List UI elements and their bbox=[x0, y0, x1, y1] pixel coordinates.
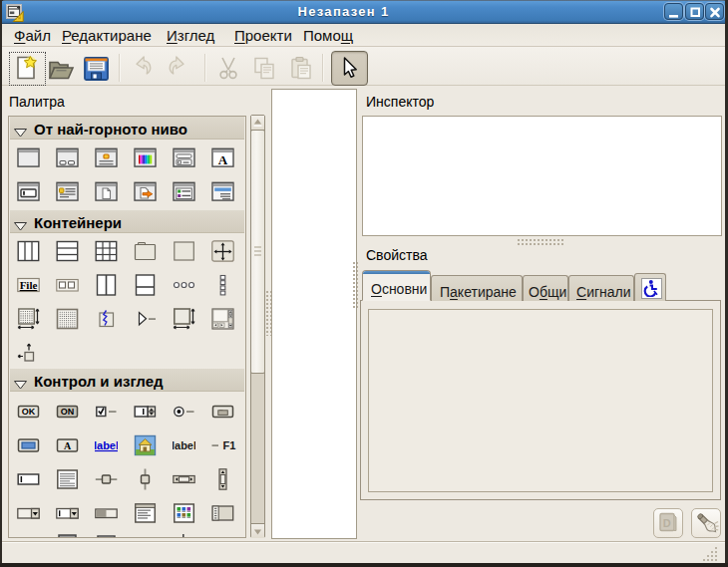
svg-text:ON: ON bbox=[61, 407, 75, 417]
svg-text:D: D bbox=[663, 517, 671, 529]
svg-text:label: label bbox=[95, 439, 118, 451]
svg-text:A: A bbox=[64, 440, 72, 451]
svg-text:File: File bbox=[20, 279, 38, 291]
svg-text:label: label bbox=[173, 439, 195, 451]
svg-text:A: A bbox=[218, 152, 228, 167]
svg-text:OK: OK bbox=[22, 407, 36, 417]
svg-text:F1: F1 bbox=[223, 439, 236, 451]
